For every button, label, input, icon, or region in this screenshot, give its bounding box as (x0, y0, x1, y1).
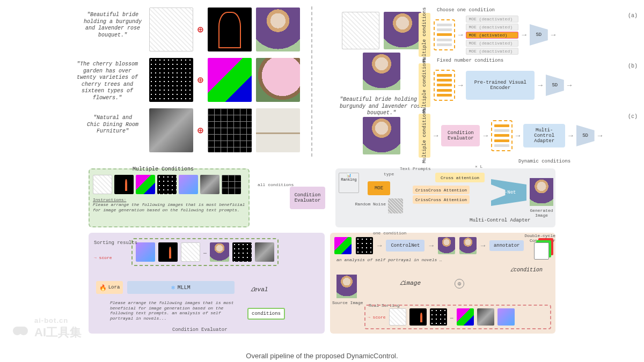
sd-block: SD (546, 75, 564, 96)
mid-result-c (363, 117, 400, 154)
mc-label: Multiple conditions (422, 108, 427, 164)
random-noise-label: Random Noise (338, 202, 386, 206)
gen-thumb (459, 237, 477, 254)
moe-act: MOE (activated) (466, 32, 518, 39)
condition-evaluator-box: Sorting results → score … 🔥Lora ❄MLLM 𝓛e… (89, 233, 325, 334)
cond-thumb (136, 175, 155, 194)
moe-column: MOE (deactivated) MOE (deactivated) MOE … (466, 16, 518, 55)
source-image-thumb (336, 275, 357, 298)
cond-thumb (157, 175, 177, 194)
crisscross-block: CrissCross Attention (413, 186, 470, 194)
approach-c: Multiple conditions → Condition Evaluato… (419, 113, 639, 159)
sort-thumb (497, 308, 515, 326)
figure-root: "Beautiful bride holding a burgundy and … (0, 0, 644, 362)
plus-icon: ⊕ (455, 279, 464, 289)
conditions-icon (491, 120, 513, 151)
depth-thumb (149, 108, 193, 152)
lora-block: 🔥Lora (96, 281, 123, 294)
mc-label: Multiple conditions (422, 8, 427, 63)
sort-thumb (136, 242, 155, 262)
arrow-icon: → (598, 131, 602, 140)
arrow-icon: → (429, 241, 433, 250)
plus-icon: ⊕ (197, 24, 203, 35)
sort-thumb (255, 242, 274, 262)
fire-icon: 🔥 (99, 284, 107, 291)
approach-b: Multiple conditions Fixed number conditi… (419, 62, 639, 108)
fixed-label: Fixed number conditions (437, 58, 503, 63)
conditions-icon (434, 70, 455, 101)
arrow-icon: → (516, 131, 520, 140)
sd-block: SD (530, 24, 548, 46)
sorting-results-label: Sorting results (94, 240, 137, 246)
adapter-box: 📊Ranking type Text Prompts × L MOE Rando… (335, 168, 555, 227)
sort-thumb (158, 242, 178, 262)
sort-thumb (210, 242, 229, 262)
lines-thumb (208, 108, 252, 152)
row-blossom: ⊕ (149, 58, 300, 102)
mc-title: Multiple Conditions (133, 166, 194, 172)
analysis-text: an analysis of self portrayal in novels … (334, 257, 551, 262)
seg-thumb (208, 58, 252, 102)
loss-condition: 𝓛condition (510, 267, 543, 273)
conditions-icon (434, 19, 455, 50)
tag-a: (a) (628, 13, 638, 19)
source-image-label: Source Image (332, 300, 363, 305)
sort-thumb (181, 242, 200, 262)
mc-bar: Multiple conditions (419, 114, 430, 158)
snowflake-icon: ❄ (171, 284, 175, 291)
prompt-dining: "Natural and Chic Dining Room Furniture" (86, 115, 140, 135)
sort-thumb (430, 308, 447, 326)
arrow-icon: → (434, 131, 438, 140)
unet-block: U-Net (491, 179, 526, 206)
tag-c: (c) (628, 114, 638, 120)
type-label: type (384, 172, 394, 176)
sort-thumb (477, 308, 494, 326)
moe-deact: MOE (deactivated) (466, 48, 518, 55)
mid-sketch (342, 12, 379, 49)
cond-thumb (93, 175, 112, 194)
robot-icon (12, 321, 30, 336)
arrow-icon: → (538, 81, 542, 90)
one-condition-label: one condition (373, 231, 406, 235)
mc-bar: Multiple conditions (419, 13, 430, 57)
mc-bar: Multiple conditions (419, 63, 430, 107)
svg-rect-2 (15, 327, 27, 333)
double-cycle-box: Double-cycle Controller one condition → … (330, 233, 555, 334)
ellipsis: … (450, 314, 453, 320)
choose-one-label: Choose one condition (437, 8, 495, 13)
mllm-block: ❄MLLM (127, 281, 235, 294)
loss-image: 𝓛image (400, 280, 421, 286)
prompt-bride: "Beautiful bride holding a burgundy and … (80, 12, 145, 39)
condition-stack (534, 238, 553, 260)
dynamic-label: Dynamic conditions (518, 159, 570, 164)
moe-deact: MOE (deactivated) (466, 24, 518, 31)
row-bride: ⊕ (149, 8, 300, 51)
instructions-label: Instructions: (93, 197, 245, 202)
edge-thumb (149, 58, 193, 102)
all-conditions-label: all conditions (258, 182, 294, 187)
arrow-icon: → (522, 31, 526, 39)
sorting-row: … (131, 238, 279, 266)
real-sorting-row: → score … (364, 305, 551, 329)
result-dining-thumb (256, 108, 300, 152)
generated-label: Generated Image (528, 208, 555, 218)
cross-attention-block: Cross attention (435, 173, 485, 182)
moe-deact: MOE (deactivated) (466, 16, 518, 23)
mc-label: Multiple conditions (422, 58, 427, 113)
multiple-conditions-box: Multiple Conditions Instructions: Please… (89, 168, 250, 227)
arrange-text: Please arrange the following images that… (110, 300, 239, 321)
arrow-icon: → (458, 81, 463, 90)
conditions-button: conditions (247, 308, 285, 320)
watermark-url: ai-bot.cn (34, 316, 82, 324)
arrow-icon: → (458, 31, 463, 39)
vertical-divider (311, 6, 312, 157)
plus-icon: ⊕ (197, 74, 203, 86)
noise-icon (388, 198, 403, 213)
mca-block: Multi-Control Adapter (523, 124, 565, 147)
arrow-icon: → (551, 31, 555, 39)
result-blossom-thumb (256, 58, 300, 102)
cond-thumb (114, 175, 134, 194)
arrow-icon: → (567, 81, 572, 90)
mid-result-b (363, 53, 400, 90)
xl-label: × L (475, 164, 482, 169)
